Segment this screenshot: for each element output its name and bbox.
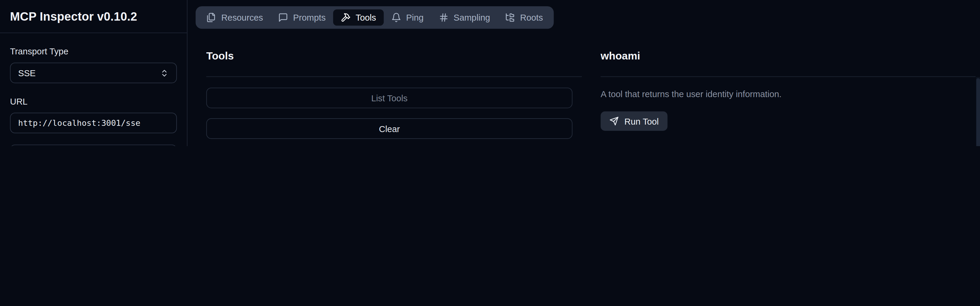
sidebar-header: MCP Inspector v0.10.2 (0, 0, 187, 33)
url-input[interactable] (10, 113, 177, 133)
chevrons-up-down-icon (160, 69, 169, 77)
authentication-button[interactable]: Authentication (10, 145, 177, 146)
run-tool-button[interactable]: Run Tool (600, 112, 667, 131)
tool-result-line: Tool Result: Success (600, 144, 975, 146)
content-row: Tools List Tools Clear whoami A tool tha… (188, 29, 980, 146)
scrollbar-thumb[interactable] (976, 78, 980, 146)
tab-bar: Resources Prompts Tools Ping (196, 6, 554, 29)
transport-type-value: SSE (18, 68, 36, 78)
tool-detail-header: whoami (600, 29, 975, 77)
message-square-icon (278, 13, 288, 23)
sidebar: MCP Inspector v0.10.2 Transport Type SSE… (0, 0, 188, 146)
list-tools-button[interactable]: List Tools (206, 88, 573, 108)
main-area: Resources Prompts Tools Ping (188, 0, 980, 146)
tool-result-label: Tool Result: (600, 145, 656, 146)
tab-sampling[interactable]: Sampling (431, 9, 498, 26)
tab-tools[interactable]: Tools (333, 9, 384, 26)
tab-roots[interactable]: Roots (498, 9, 550, 26)
tab-label: Sampling (453, 13, 490, 23)
app-title: MCP Inspector v0.10.2 (10, 9, 177, 25)
tab-label: Ping (406, 13, 424, 23)
transport-type-select[interactable]: SSE (10, 62, 177, 83)
tool-result-status: Success (659, 145, 698, 146)
hash-icon (439, 13, 449, 23)
tab-label: Roots (520, 13, 543, 23)
tab-label: Prompts (293, 13, 326, 23)
transport-type-label: Transport Type (10, 46, 177, 57)
tools-heading: Tools (206, 49, 582, 63)
files-icon (206, 13, 216, 23)
url-label: URL (10, 96, 177, 107)
tools-panel: Tools List Tools Clear whoami A tool tha… (206, 29, 582, 146)
send-icon (609, 116, 619, 126)
hammer-icon (341, 13, 350, 23)
mcp-inspector-app: MCP Inspector v0.10.2 Transport Type SSE… (0, 0, 980, 146)
bell-icon (391, 13, 401, 23)
tab-label: Tools (356, 13, 376, 23)
clear-button[interactable]: Clear (206, 118, 573, 139)
tab-label: Resources (221, 13, 263, 23)
run-tool-button-label: Run Tool (624, 116, 659, 126)
sidebar-content: Transport Type SSE URL Authentication (0, 33, 187, 146)
tab-resources[interactable]: Resources (199, 9, 271, 26)
tool-detail-description: A tool that returns the user identity in… (600, 89, 975, 99)
folder-tree-icon (505, 13, 515, 23)
tool-detail-panel: whoami A tool that returns the user iden… (600, 29, 975, 146)
tab-ping[interactable]: Ping (384, 9, 431, 26)
tool-detail-heading: whoami (600, 49, 975, 63)
tools-panel-header: Tools (206, 29, 582, 77)
tab-prompts[interactable]: Prompts (270, 9, 333, 26)
